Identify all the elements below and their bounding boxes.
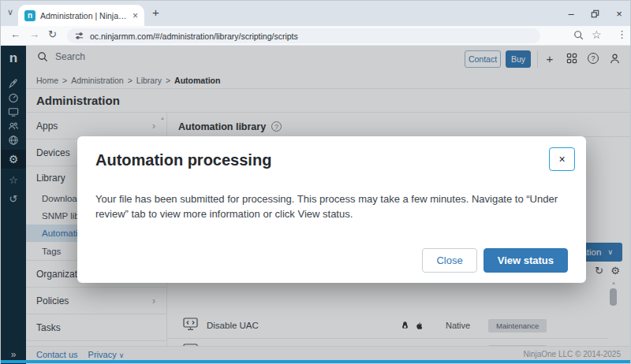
zoom-icon[interactable] (573, 30, 584, 43)
browser-tab[interactable]: n Administration | NinjaOne × (18, 5, 144, 26)
forward-icon[interactable]: → (29, 28, 39, 40)
tab-title: Administration | NinjaOne (40, 11, 128, 20)
url-text: oc.ninjarmm.com/#/administration/library… (90, 32, 298, 41)
window-bottom-accent (1, 360, 630, 363)
url-bar[interactable]: oc.ninjarmm.com/#/administration/library… (67, 28, 540, 43)
bookmark-star-icon[interactable]: ☆ (592, 28, 602, 41)
modal-title: Automation processing (95, 151, 271, 169)
site-settings-icon[interactable] (74, 31, 84, 41)
browser-toolbar: ← → ↻ oc.ninjarmm.com/#/administration/l… (1, 26, 630, 46)
browser-window: ∨ n Administration | NinjaOne × + – × ← … (0, 0, 631, 364)
automation-processing-modal: Automation processing × Your file has be… (77, 136, 586, 283)
window-restore-button[interactable] (585, 4, 604, 23)
tab-close-icon[interactable]: × (133, 10, 138, 21)
browser-tabstrip: ∨ n Administration | NinjaOne × + – × (1, 1, 630, 26)
browser-menu-icon[interactable]: ⋮ (617, 28, 627, 40)
back-icon[interactable]: ← (10, 28, 21, 40)
window-minimize-button[interactable]: – (562, 4, 581, 23)
window-close-button[interactable]: × (610, 4, 629, 23)
close-button[interactable]: Close (422, 248, 476, 273)
view-status-button[interactable]: View status (484, 248, 568, 273)
ninjaone-app: n ⚙ ☆ ↺ » (1, 46, 630, 364)
modal-body-text: Your file has been submitted for process… (95, 191, 570, 221)
new-tab-button[interactable]: + (152, 6, 159, 19)
ninjaone-favicon: n (24, 10, 35, 21)
modal-close-icon[interactable]: × (549, 147, 575, 171)
tab-search-chevron-icon[interactable]: ∨ (7, 7, 13, 17)
restore-icon (591, 9, 599, 18)
reload-icon[interactable]: ↻ (48, 28, 57, 40)
